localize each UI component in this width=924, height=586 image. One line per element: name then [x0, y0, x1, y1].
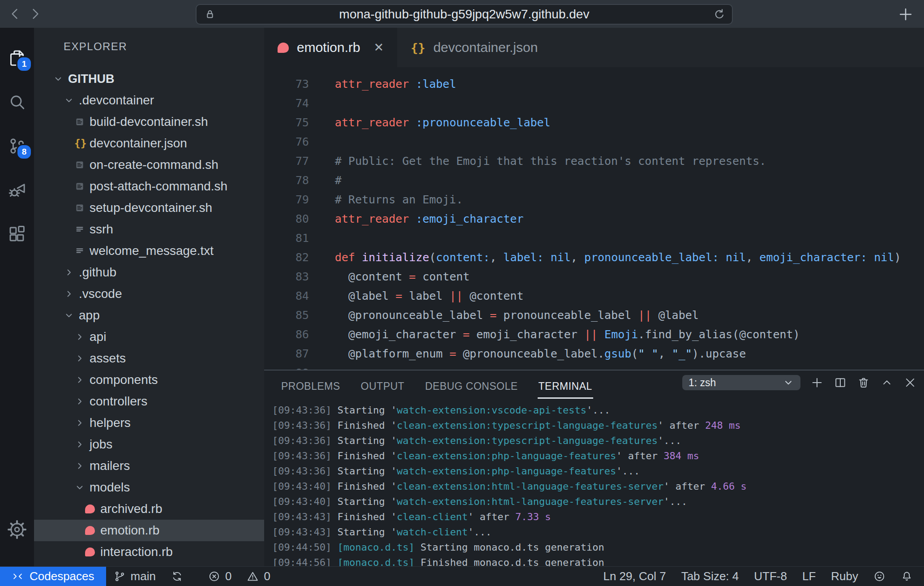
status-item-language-mode[interactable]: Ruby — [823, 567, 866, 586]
panel-tab-output[interactable]: OUTPUT — [356, 371, 409, 402]
sync-icon — [171, 570, 183, 582]
tree-item-post-attach-command-sh[interactable]: post-attach-command.sh — [34, 176, 264, 197]
chevron-right-icon — [64, 289, 79, 299]
close-icon — [903, 376, 917, 389]
terminal-line: [09:43:40] Starting 'watch-extension:htm… — [272, 494, 924, 509]
terminal-shell-select[interactable]: 1: zsh — [682, 375, 800, 390]
line-number: 85 — [264, 306, 309, 325]
tree-item-ssrh[interactable]: ssrh — [34, 219, 264, 240]
warning-icon — [247, 570, 259, 582]
code-line: 85 @pronounceable_label = pronounceable_… — [264, 306, 924, 325]
badge: 8 — [16, 144, 32, 160]
status-item-branch[interactable]: main — [106, 567, 163, 586]
plus-icon — [897, 6, 914, 23]
chevron-right-icon — [74, 418, 90, 428]
code-editor[interactable]: 73attr_reader :label7475attr_reader :pro… — [264, 67, 924, 370]
status-item-codespaces[interactable]: Codespaces — [0, 567, 106, 586]
status-item-cursor-position[interactable]: Ln 29, Col 7 — [595, 567, 673, 586]
tree-item-github[interactable]: .github — [34, 262, 264, 283]
chevron-right-icon — [74, 461, 90, 471]
status-item-feedback[interactable] — [866, 567, 893, 586]
panel-buttons — [800, 376, 917, 389]
activity-bar-top: 18 — [6, 47, 28, 267]
status-item-notifications[interactable] — [893, 567, 920, 586]
status-item-indentation[interactable]: Tab Size: 4 — [674, 567, 747, 586]
line-number: 81 — [264, 228, 309, 248]
status-item-encoding[interactable]: UTF-8 — [746, 567, 795, 586]
code-text: # — [335, 171, 342, 190]
back-button[interactable] — [5, 4, 25, 24]
code-line: 87 @platform_enum = @pronounceable_label… — [264, 344, 924, 363]
tree-item-api[interactable]: api — [34, 326, 264, 348]
status-item-sync[interactable] — [163, 567, 191, 586]
activity-item-search[interactable] — [6, 91, 28, 113]
activity-item-settings[interactable] — [6, 519, 28, 540]
tree-item-assets[interactable]: assets — [34, 348, 264, 369]
tree-item-devcontainer[interactable]: .devcontainer — [34, 90, 264, 111]
status-item-label: LF — [802, 569, 816, 583]
split-terminal-button[interactable] — [834, 376, 847, 389]
tree-item-models[interactable]: models — [34, 477, 264, 498]
editor-tab-emotion-rb[interactable]: emotion.rb✕ — [264, 28, 397, 67]
url-field[interactable]: mona-github-github-g59jpq2w5w7.github.de… — [196, 4, 733, 25]
code-line: 81 — [264, 228, 924, 248]
tree-item-label: app — [79, 308, 100, 323]
new-terminal-button[interactable] — [810, 376, 824, 389]
status-bar: Codespacesmain00 Ln 29, Col 7Tab Size: 4… — [0, 566, 924, 586]
ruby-file-icon — [85, 504, 100, 513]
tree-item-vscode[interactable]: .vscode — [34, 283, 264, 305]
activity-item-run-debug[interactable] — [6, 179, 28, 201]
shell-file-icon — [74, 203, 90, 213]
panel-tab-problems[interactable]: PROBLEMS — [277, 371, 345, 402]
tree-item-emotion-rb[interactable]: emotion.rb — [34, 520, 264, 541]
split-icon — [834, 376, 847, 389]
status-item-label: 0 — [264, 569, 270, 583]
tree-item-jobs[interactable]: jobs — [34, 434, 264, 455]
new-tab-button[interactable] — [897, 6, 914, 23]
status-item-errors[interactable]: 0 — [201, 567, 239, 586]
tree-item-github[interactable]: GITHUB — [34, 68, 264, 90]
tree-item-helpers[interactable]: helpers — [34, 412, 264, 434]
close-panel-button[interactable] — [903, 376, 917, 389]
tree-item-mailers[interactable]: mailers — [34, 455, 264, 477]
tree-item-welcome-message-txt[interactable]: welcome_message.txt — [34, 240, 264, 262]
activity-item-source-control[interactable]: 8 — [6, 135, 28, 157]
kill-terminal-button[interactable] — [857, 376, 870, 389]
code-text: @label = label || @content — [335, 286, 523, 306]
activity-bar-bottom — [6, 519, 28, 563]
code-line: 84 @label = label || @content — [264, 286, 924, 306]
tree-item-devcontainer-json[interactable]: {}devcontainer.json — [34, 133, 264, 154]
maximize-panel-button[interactable] — [880, 376, 894, 389]
code-line: 77# Public: Get the Emoji that this reac… — [264, 151, 924, 171]
code-text: attr_reader :label — [335, 74, 456, 94]
tree-item-components[interactable]: components — [34, 369, 264, 391]
panel-tab-debug-console[interactable]: DEBUG CONSOLE — [420, 371, 522, 402]
terminal-line: [09:43:36] Starting 'watch-extension:vsc… — [272, 403, 924, 418]
terminal-output[interactable]: [09:43:36] Starting 'watch-extension:vsc… — [264, 403, 924, 566]
trash-icon — [857, 376, 870, 389]
close-tab-icon[interactable]: ✕ — [374, 42, 384, 54]
tree-item-app[interactable]: app — [34, 305, 264, 326]
error-icon — [208, 570, 220, 582]
tree-item-build-devcontainer-sh[interactable]: build-devcontainer.sh — [34, 111, 264, 133]
tree-item-controllers[interactable]: controllers — [34, 391, 264, 412]
panel-tab-terminal[interactable]: TERMINAL — [534, 371, 597, 402]
line-number: 83 — [264, 267, 309, 286]
line-number: 88 — [264, 363, 309, 370]
status-item-eol[interactable]: LF — [795, 567, 823, 586]
tree-item-interaction-rb[interactable]: interaction.rb — [34, 541, 264, 563]
status-item-warnings[interactable]: 0 — [239, 567, 278, 586]
terminal-line: [09:43:43] Finished 'clean-client' after… — [272, 509, 924, 525]
chevron-left-icon — [8, 7, 22, 21]
refresh-icon[interactable] — [713, 8, 726, 21]
editor-tab-devcontainer-json[interactable]: {}devcontainer.json — [397, 28, 551, 67]
tree-item-label: models — [90, 480, 130, 495]
activity-item-explorer[interactable]: 1 — [6, 47, 28, 69]
chevron-down-icon — [64, 310, 79, 321]
tree-item-setup-devcontainer-sh[interactable]: setup-devcontainer.sh — [34, 197, 264, 219]
forward-button[interactable] — [25, 4, 45, 24]
tree-item-on-create-command-sh[interactable]: on-create-command.sh — [34, 154, 264, 176]
activity-item-extensions[interactable] — [6, 223, 28, 245]
tree-item-archived-rb[interactable]: archived.rb — [34, 498, 264, 520]
terminal-line: [09:43:36] Finished 'clean-extension:typ… — [272, 418, 924, 433]
